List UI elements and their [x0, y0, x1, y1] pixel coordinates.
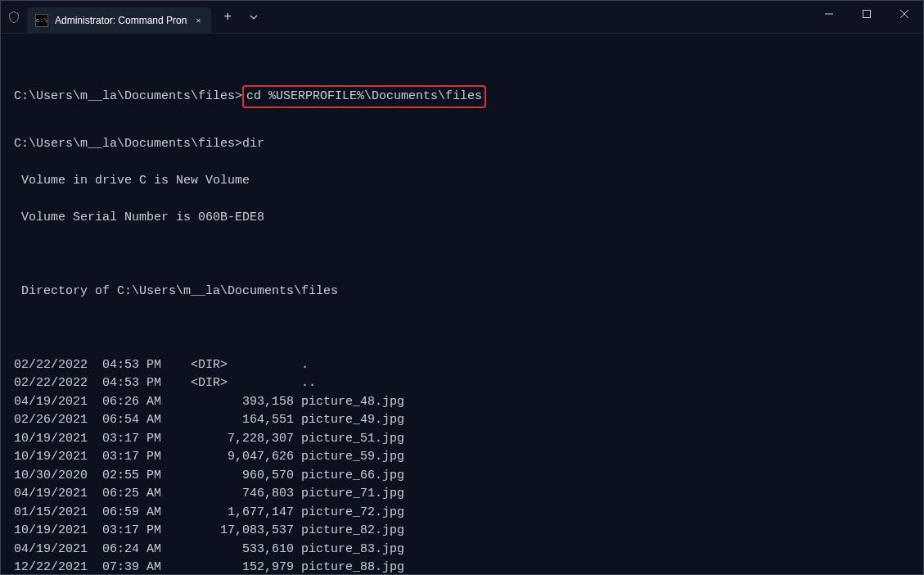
terminal-output[interactable]: C:\Users\m__la\Documents\files>cd %USERP…: [1, 34, 923, 575]
list-item: 10/19/2021 03:17 PM 17,083,537 picture_8…: [14, 522, 910, 541]
volume-line: Volume in drive C is New Volume: [14, 172, 910, 191]
file-listing: 02/22/2022 04:53 PM <DIR> .02/22/2022 04…: [14, 356, 910, 576]
close-tab-icon[interactable]: ✕: [192, 14, 205, 27]
dropdown-button[interactable]: [241, 4, 267, 30]
list-item: 02/22/2022 04:53 PM <DIR> .: [14, 356, 910, 375]
list-item: 04/19/2021 06:24 AM 533,610 picture_83.j…: [14, 541, 910, 559]
prompt-path: C:\Users\m__la\Documents\files>: [14, 88, 242, 106]
list-item: 02/22/2022 04:53 PM <DIR> ..: [14, 374, 910, 393]
list-item: 01/15/2021 06:59 AM 1,677,147 picture_72…: [14, 504, 910, 523]
prompt-line-2: C:\Users\m__la\Documents\files>dir: [14, 135, 910, 154]
maximize-button[interactable]: [848, 1, 886, 27]
minimize-button[interactable]: [810, 1, 848, 27]
blank-line: [14, 319, 910, 338]
directory-of-line: Directory of C:\Users\m__la\Documents\fi…: [14, 283, 910, 301]
tab-active[interactable]: c:\ Administrator: Command Pron ✕: [27, 7, 211, 34]
highlighted-command: cd %USERPROFILE%\Documents\files: [242, 85, 486, 109]
list-item: 10/19/2021 03:17 PM 9,047,626 picture_59…: [14, 448, 910, 467]
new-tab-button[interactable]: +: [214, 4, 241, 30]
window-controls: [810, 1, 923, 34]
serial-line: Volume Serial Number is 060B-EDE8: [14, 209, 910, 228]
prompt-path: C:\Users\m__la\Documents\files>: [14, 137, 242, 151]
shield-icon: [1, 1, 27, 33]
blank-line: [14, 246, 910, 265]
cmd-icon: c:\: [35, 14, 48, 27]
list-item: 12/22/2021 07:39 AM 152,979 picture_88.j…: [14, 559, 910, 575]
tab-title: Administrator: Command Pron: [55, 15, 187, 26]
list-item: 10/19/2021 03:17 PM 7,228,307 picture_51…: [14, 430, 910, 449]
command-text: dir: [242, 137, 264, 151]
close-window-button[interactable]: [886, 1, 923, 27]
list-item: 04/19/2021 06:26 AM 393,158 picture_48.j…: [14, 393, 910, 412]
list-item: 02/26/2021 06:54 AM 164,551 picture_49.j…: [14, 411, 910, 430]
prompt-line-1: C:\Users\m__la\Documents\files>cd %USERP…: [14, 85, 910, 109]
titlebar: c:\ Administrator: Command Pron ✕ +: [1, 1, 923, 34]
list-item: 10/30/2020 02:55 PM 960,570 picture_66.j…: [14, 467, 910, 486]
svg-rect-1: [863, 10, 871, 17]
list-item: 04/19/2021 06:25 AM 746,803 picture_71.j…: [14, 485, 910, 504]
